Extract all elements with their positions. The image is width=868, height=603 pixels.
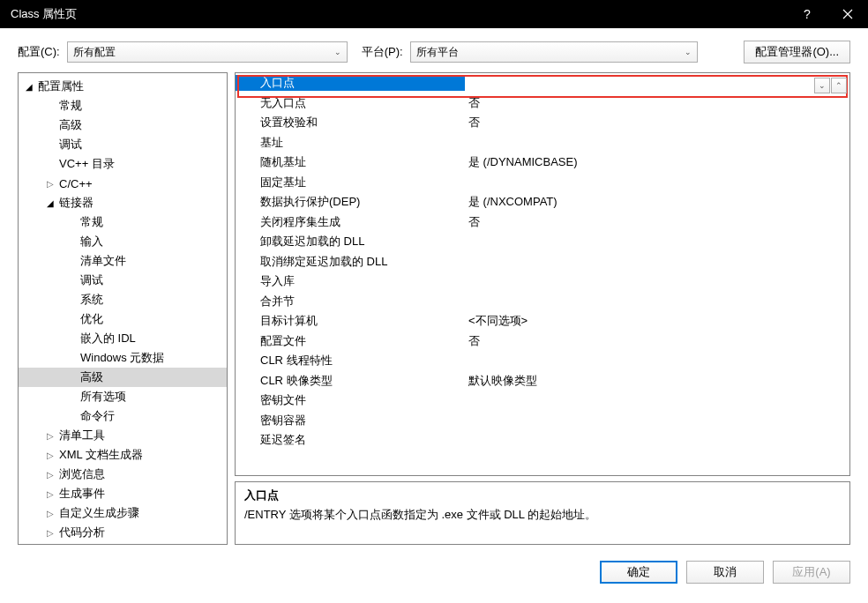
triangle-right-icon: ▷ xyxy=(45,489,56,499)
property-name: 密钥容器 xyxy=(236,413,465,428)
property-name: 基址 xyxy=(236,135,465,151)
property-row[interactable]: 固定基址 xyxy=(236,173,849,193)
description-title: 入口点 xyxy=(244,488,841,503)
triangle-right-icon xyxy=(66,237,77,247)
tree-item[interactable]: VC++ 目录 xyxy=(19,154,227,174)
tree-item[interactable]: 清单文件 xyxy=(19,251,227,271)
property-row[interactable]: 密钥文件 xyxy=(236,391,849,411)
property-grid[interactable]: 入口点无入口点否设置校验和否基址随机基址是 (/DYNAMICBASE)固定基址… xyxy=(235,72,850,476)
tree-item[interactable]: 系统 xyxy=(19,290,227,309)
tree-item[interactable]: 常规 xyxy=(19,96,227,115)
property-row[interactable]: 导入库 xyxy=(236,272,849,292)
tree-item[interactable]: 嵌入的 IDL xyxy=(19,329,227,348)
property-value: 是 (/NXCOMPAT) xyxy=(465,194,849,210)
property-row[interactable]: 无入口点否 xyxy=(236,93,849,114)
property-row[interactable]: 密钥容器 xyxy=(236,411,849,431)
tree-panel[interactable]: ◢配置属性 常规 高级 调试 VC++ 目录▷C/C++◢链接器 常规 输入 清… xyxy=(18,72,228,545)
tree-item[interactable]: 高级 xyxy=(19,368,227,387)
tree-item[interactable]: ◢链接器 xyxy=(19,193,227,212)
property-row[interactable]: 基址 xyxy=(236,133,849,153)
tree-item[interactable]: 输入 xyxy=(19,232,227,251)
chevron-down-icon: ⌄ xyxy=(685,48,692,56)
config-manager-button[interactable]: 配置管理器(O)... xyxy=(744,41,850,63)
tree-item[interactable]: ▷代码分析 xyxy=(19,523,227,542)
tree-item[interactable]: Windows 元数据 xyxy=(19,348,227,368)
triangle-right-icon: ▷ xyxy=(45,450,56,460)
tree-item[interactable]: ▷清单工具 xyxy=(19,426,227,445)
property-row[interactable]: 延迟签名 xyxy=(236,430,849,450)
property-row[interactable]: 合并节 xyxy=(236,292,849,312)
triangle-right-icon xyxy=(45,121,56,130)
property-value: 否 xyxy=(465,333,849,349)
property-name: 导入库 xyxy=(236,273,465,289)
dropdown-button[interactable]: ⌄ xyxy=(814,78,830,93)
property-row[interactable]: 取消绑定延迟加载的 DLL xyxy=(236,252,849,272)
triangle-right-icon xyxy=(66,392,77,402)
tree-item-label: 所有选项 xyxy=(80,389,126,405)
apply-button[interactable]: 应用(A) xyxy=(773,561,850,584)
property-value: 否 xyxy=(465,95,849,111)
triangle-right-icon: ▷ xyxy=(45,431,56,441)
property-row[interactable]: 关闭程序集生成否 xyxy=(236,212,849,233)
config-select[interactable]: 所有配置 ⌄ xyxy=(67,41,348,63)
tree-item[interactable]: 命令行 xyxy=(19,406,227,426)
property-value: 默认映像类型 xyxy=(465,373,849,389)
tree-item[interactable]: 调试 xyxy=(19,135,227,154)
tree-item-label: 清单文件 xyxy=(80,253,126,269)
triangle-right-icon: ▷ xyxy=(45,509,56,518)
platform-label: 平台(P): xyxy=(362,44,403,60)
tree-item[interactable]: ◢配置属性 xyxy=(19,77,227,96)
tree-item[interactable]: ▷浏览信息 xyxy=(19,465,227,484)
tree-item-label: 调试 xyxy=(80,272,103,288)
property-row[interactable]: 目标计算机<不同选项> xyxy=(236,311,849,331)
property-row[interactable]: 随机基址是 (/DYNAMICBASE) xyxy=(236,153,849,173)
triangle-right-icon xyxy=(66,334,77,344)
ok-button[interactable]: 确定 xyxy=(600,561,677,584)
tree-item-label: 系统 xyxy=(80,292,103,308)
config-bar: 配置(C): 所有配置 ⌄ 平台(P): 所有平台 ⌄ 配置管理器(O)... xyxy=(0,28,868,72)
triangle-right-icon: ▷ xyxy=(45,528,56,538)
property-row[interactable]: CLR 映像类型默认映像类型 xyxy=(236,371,849,391)
description-panel: 入口点 /ENTRY 选项将某个入口点函数指定为 .exe 文件或 DLL 的起… xyxy=(235,481,850,545)
property-name: 密钥文件 xyxy=(236,392,465,408)
property-name: 目标计算机 xyxy=(236,313,465,329)
triangle-right-icon xyxy=(66,218,77,227)
property-row[interactable]: 卸载延迟加载的 DLL xyxy=(236,232,849,252)
tree-item[interactable]: ▷自定义生成步骤 xyxy=(19,503,227,523)
tree-item[interactable]: ▷XML 文档生成器 xyxy=(19,445,227,465)
property-name: CLR 线程特性 xyxy=(236,353,465,368)
tree-item[interactable]: 常规 xyxy=(19,212,227,232)
tree-item[interactable]: 所有选项 xyxy=(19,387,227,406)
tree-item[interactable]: 优化 xyxy=(19,309,227,329)
tree-item-label: 配置属性 xyxy=(38,78,84,94)
tree-item[interactable]: ▷生成事件 xyxy=(19,484,227,503)
description-body: /ENTRY 选项将某个入口点函数指定为 .exe 文件或 DLL 的起始地址。 xyxy=(244,507,841,523)
config-label: 配置(C): xyxy=(18,44,60,60)
property-row[interactable]: 设置校验和否 xyxy=(236,113,849,133)
help-button[interactable]: ? xyxy=(787,0,827,28)
tree-item[interactable]: ▷C/C++ xyxy=(19,174,227,193)
property-name: 延迟签名 xyxy=(236,432,465,448)
triangle-right-icon xyxy=(45,101,56,111)
tree-item[interactable]: 调试 xyxy=(19,271,227,290)
triangle-right-icon: ▷ xyxy=(45,470,56,480)
property-name: 随机基址 xyxy=(236,154,465,170)
triangle-right-icon xyxy=(66,412,77,421)
platform-select[interactable]: 所有平台 ⌄ xyxy=(410,41,698,63)
tree-item[interactable]: 高级 xyxy=(19,115,227,135)
close-button[interactable] xyxy=(827,0,868,28)
property-row[interactable]: 入口点 xyxy=(236,73,849,93)
tree-item-label: 常规 xyxy=(59,98,82,114)
property-value-input[interactable] xyxy=(468,74,849,92)
property-name: 合并节 xyxy=(236,294,465,309)
cancel-button[interactable]: 取消 xyxy=(686,561,764,584)
property-row[interactable]: CLR 线程特性 xyxy=(236,351,849,371)
property-row[interactable]: 配置文件否 xyxy=(236,331,849,352)
collapse-button[interactable]: ⌃ xyxy=(831,78,847,93)
property-row[interactable]: 数据执行保护(DEP)是 (/NXCOMPAT) xyxy=(236,192,849,212)
triangle-down-icon: ◢ xyxy=(24,82,34,92)
tree-item-label: 常规 xyxy=(80,214,103,230)
property-name: 无入口点 xyxy=(236,95,465,111)
triangle-right-icon xyxy=(66,276,77,286)
dialog-buttons: 确定 取消 应用(A) xyxy=(0,554,868,596)
